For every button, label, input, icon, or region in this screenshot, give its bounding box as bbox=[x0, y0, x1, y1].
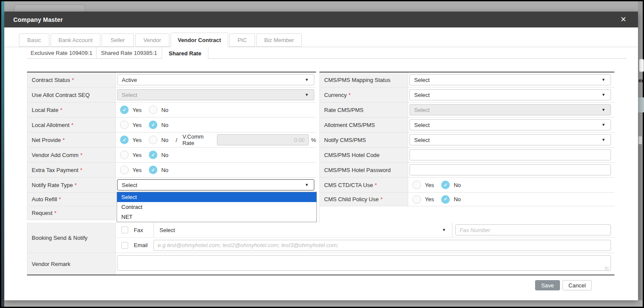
radio-yes[interactable] bbox=[120, 121, 129, 129]
radio-yes[interactable]: ✓ bbox=[120, 136, 129, 144]
select-value: Select bbox=[414, 122, 430, 128]
select-value: Select bbox=[122, 92, 137, 98]
chevron-down-icon: ▼ bbox=[305, 183, 309, 187]
field-label: Notify Rate Type bbox=[32, 182, 73, 188]
notify-rate-type-select[interactable]: Select ▼ bbox=[117, 179, 314, 190]
radio-yes[interactable] bbox=[120, 151, 129, 159]
use-allot-contract-seq-select: Select ▼ bbox=[117, 89, 314, 100]
vendor-remark-textarea[interactable] bbox=[117, 255, 611, 271]
form-row-local-allotment: Local Allotment* Yes ✓ No bbox=[27, 118, 316, 133]
check-icon: ✓ bbox=[122, 137, 126, 143]
form-row-use-allot-contract-seq: Use Allot Contract SEQ Select ▼ bbox=[27, 88, 316, 103]
field-label: Vendor Add Comm bbox=[32, 152, 78, 158]
radio-yes-label: Yes bbox=[132, 137, 141, 143]
close-icon[interactable]: ✕ bbox=[620, 16, 626, 23]
fax-country-select[interactable]: Select ▼ bbox=[153, 223, 452, 238]
vendor-remark-value-cell bbox=[116, 253, 614, 275]
field-label: Extra Tax Payment bbox=[32, 167, 78, 173]
radio-yes-label: Yes bbox=[132, 167, 141, 173]
radio-yes-label: Yes bbox=[132, 107, 141, 113]
tab-bank-account[interactable]: Bank Account bbox=[51, 33, 100, 47]
vendor-remark-label-cell: Vendor Remark bbox=[27, 253, 116, 275]
check-icon: ✓ bbox=[151, 122, 155, 128]
email-label: Email bbox=[134, 242, 148, 248]
required-asterisk: * bbox=[80, 167, 82, 173]
background-block-fragment bbox=[638, 97, 644, 112]
contract-status-select[interactable]: Active ▼ bbox=[117, 74, 314, 85]
tab-pic[interactable]: PIC bbox=[229, 33, 255, 47]
field-label: Currency bbox=[324, 92, 347, 98]
save-button[interactable]: Save bbox=[535, 280, 560, 290]
tab-seller[interactable]: Seller bbox=[102, 33, 134, 47]
required-asterisk: * bbox=[380, 196, 382, 202]
radio-no[interactable] bbox=[149, 136, 157, 144]
cms-pms-hotel-password-input[interactable] bbox=[409, 164, 611, 175]
chevron-down-icon: ▼ bbox=[602, 93, 605, 97]
field-label: Net Provide bbox=[32, 137, 61, 143]
notify-cms-pms-select[interactable]: Select ▼ bbox=[409, 134, 611, 145]
email-subrow: Email bbox=[116, 238, 614, 253]
check-icon: ✓ bbox=[444, 196, 448, 202]
modal-title: Company Master bbox=[13, 16, 63, 23]
radio-no[interactable]: ✓ bbox=[441, 181, 450, 189]
chevron-down-icon: ▼ bbox=[602, 78, 605, 82]
cancel-button[interactable]: Cancel bbox=[563, 280, 592, 290]
radio-yes[interactable] bbox=[412, 181, 421, 189]
tab-basic[interactable]: Basic bbox=[19, 33, 49, 47]
tab-vendor[interactable]: Vendor bbox=[135, 33, 169, 47]
select-value: Select bbox=[159, 227, 175, 233]
field-label: CMS CTD/CTA Use bbox=[324, 182, 373, 188]
resize-handle-icon[interactable] bbox=[605, 267, 609, 271]
check-icon: ✓ bbox=[122, 107, 126, 113]
form-row-local-rate: Local Rate* ✓ Yes No bbox=[27, 103, 316, 118]
field-label: CMS Child Policy Use bbox=[324, 196, 379, 202]
currency-select[interactable]: Select ▼ bbox=[409, 89, 611, 100]
radio-no-label: No bbox=[161, 137, 169, 143]
scrollbar-thumb[interactable] bbox=[638, 144, 642, 300]
form-row-contract-status: Contract Status* Active ▼ bbox=[27, 72, 316, 88]
radio-no[interactable] bbox=[149, 106, 157, 114]
radio-no[interactable]: ✓ bbox=[149, 166, 157, 174]
form-row-cms-pms-hotel-password: CMS/PMS Hotel Password bbox=[319, 163, 614, 178]
dropdown-option-net[interactable]: NET bbox=[117, 212, 316, 222]
field-label: CMS/PMS Mapping Status bbox=[324, 77, 391, 83]
form-row-currency: Currency* Select ▼ bbox=[319, 88, 614, 103]
dropdown-option-select[interactable]: Select bbox=[117, 192, 316, 202]
tab-vendor-contract[interactable]: Vendor Contract bbox=[171, 33, 228, 47]
required-asterisk: * bbox=[54, 210, 56, 216]
tab-biz-member[interactable]: Biz Member bbox=[256, 33, 302, 47]
radio-no[interactable]: ✓ bbox=[149, 121, 157, 129]
radio-yes[interactable] bbox=[120, 166, 129, 174]
background-button-fragment bbox=[639, 59, 644, 72]
required-asterisk: * bbox=[71, 122, 73, 128]
radio-no[interactable]: ✓ bbox=[441, 195, 450, 204]
fax-number-input[interactable] bbox=[455, 224, 611, 236]
radio-yes[interactable] bbox=[412, 195, 421, 204]
email-input[interactable] bbox=[153, 240, 611, 251]
fax-checkbox[interactable] bbox=[121, 226, 128, 233]
booking-send-notify-value-cell: Fax Select ▼ Email bbox=[116, 223, 614, 253]
radio-no-label: No bbox=[161, 107, 169, 113]
rate-sub-tab-bar: Exclusive Rate 109409:1 Shared Rate 1093… bbox=[27, 47, 627, 59]
form-row-notify-rate-type: Notify Rate Type* Select ▼ Select Contra… bbox=[27, 178, 316, 193]
cms-pms-mapping-status-select[interactable]: Select ▼ bbox=[409, 74, 611, 85]
allotment-cms-pms-select[interactable]: Select ▼ bbox=[409, 119, 611, 130]
dropdown-option-contract[interactable]: Contract bbox=[117, 202, 316, 212]
select-value: Active bbox=[122, 77, 137, 83]
select-value: Select bbox=[414, 92, 430, 98]
form-row-net-provide: Net Provide* ✓ Yes No / V.Comm Rate % bbox=[27, 133, 316, 148]
form-row-extra-tax-payment: Extra Tax Payment* Yes ✓ No bbox=[27, 163, 316, 178]
field-label: Rate CMS/PMS bbox=[324, 107, 364, 113]
select-value: Select bbox=[414, 107, 430, 113]
radio-yes[interactable]: ✓ bbox=[120, 106, 129, 114]
cms-pms-hotel-code-input[interactable] bbox=[409, 149, 611, 160]
radio-yes-label: Yes bbox=[132, 152, 141, 158]
radio-no[interactable]: ✓ bbox=[149, 151, 157, 159]
form-right-column: CMS/PMS Mapping Status Select ▼ Currency… bbox=[319, 72, 614, 223]
company-master-modal: Company Master ✕ Basic Bank Account Sell… bbox=[4, 12, 638, 300]
subtab-shared-rate-109385[interactable]: Shared Rate 109385:1 bbox=[96, 47, 162, 58]
subtab-exclusive-rate[interactable]: Exclusive Rate 109409:1 bbox=[27, 47, 96, 58]
email-checkbox[interactable] bbox=[121, 242, 128, 249]
subtab-shared-rate[interactable]: Shared Rate bbox=[162, 47, 208, 59]
form-row-cms-child-policy-use: CMS Child Policy Use* Yes ✓ No bbox=[319, 193, 614, 206]
